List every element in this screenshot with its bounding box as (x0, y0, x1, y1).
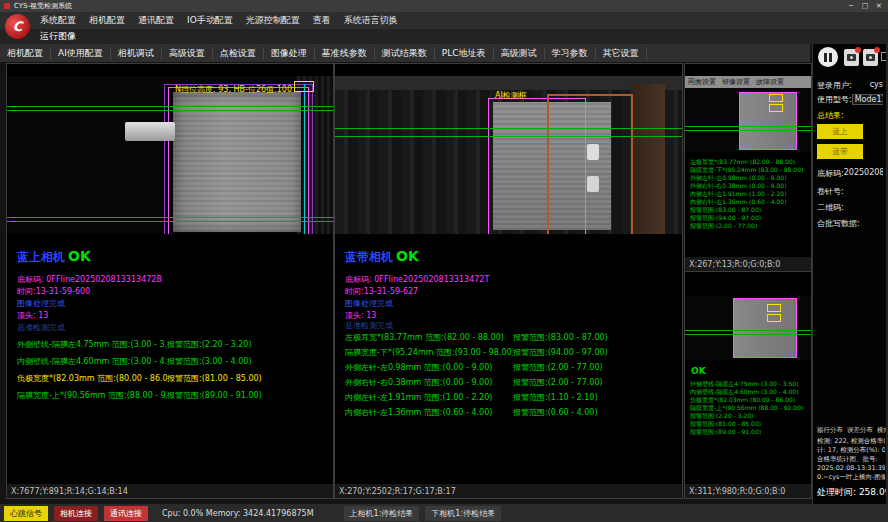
menu-item-io-manual[interactable]: IO手动配置 (187, 14, 233, 27)
login-user-row: 登录用户: cys (817, 80, 883, 91)
small-header-tab-1[interactable]: 画面设置 (688, 77, 716, 87)
pause-icon (829, 53, 832, 62)
tool-test-results[interactable]: 测试结果数 (375, 47, 435, 60)
small-result-line: 外侧右针-右0.38mm (0.00 - 9.00) (690, 182, 809, 190)
barcode-row: 底标码: 20250208 (817, 168, 883, 179)
tool-camera-config[interactable]: 相机配置 (0, 47, 51, 60)
small-result-line: 隔膜宽度-上*(90.56mm (88.00 - 92.00) (690, 404, 809, 412)
tool-baseline-params[interactable]: 基准线参数 (315, 47, 375, 60)
right-camera-name: 蓝带相机 (345, 250, 393, 264)
machine-band (335, 76, 682, 90)
stats-tabs: 输行分布 误差分布 横向分布 (817, 426, 888, 435)
measure-line (685, 334, 811, 335)
login-user-label: 登录用户: (817, 80, 852, 91)
stats-tab-2[interactable]: 误差分布 (847, 426, 873, 435)
tab-run-image[interactable]: 运行图像 (40, 30, 76, 43)
camera-lens-icon (869, 56, 872, 59)
camera-button-1[interactable] (844, 49, 859, 66)
small-result-line: 报警范围:(81.00 - 85.00) (690, 420, 809, 428)
overlay-box-yellow (769, 104, 783, 112)
highlight-spot (587, 144, 599, 160)
app-logo-icon: C (5, 14, 30, 39)
tool-plc-address[interactable]: PLC地址表 (435, 47, 494, 60)
minimize-button[interactable]: ─ (844, 2, 858, 10)
pause-button[interactable] (818, 47, 838, 67)
small-header-tab-3[interactable]: 故障设置 (756, 77, 784, 87)
small-result-line: 左极耳宽*(83.77mm (82.00 - 88.00) (690, 158, 809, 166)
tool-advanced-test[interactable]: 高级测试 (494, 47, 545, 60)
close-button[interactable]: ✕ (872, 2, 886, 10)
measure-name: 左极耳宽*(83.77mm 范围:(82.00 - 88.00) (345, 332, 513, 343)
right-camera-image[interactable]: AI检测框 (335, 76, 682, 234)
menu-item-language[interactable]: 系统语言切换 (344, 14, 398, 27)
process-time: 处理时间: 258.09ms (817, 486, 888, 499)
tool-other-settings[interactable]: 其它设置 (596, 47, 647, 60)
highlight-spot (587, 176, 599, 192)
measure-name: 隔膜宽度-下*(95.24mm 范围:(93.00 - 98.00) (345, 347, 513, 358)
batch-label: 合批写数据: (817, 218, 860, 229)
stats-tab-1[interactable]: 输行分布 (817, 426, 843, 435)
measure-line (7, 217, 333, 218)
measure-name: 内侧右针-左1.36mm 范围:(0.60 - 4.00) (345, 407, 513, 418)
toolbar: 相机配置 AI使用配置 相机调试 高级设置 点检设置 图像处理 基准线参数 测试… (0, 44, 810, 62)
measure-name: 内侧左针-左1.91mm 范围:(1.00 - 2.20) (345, 392, 513, 403)
small-bottom-image[interactable] (685, 296, 811, 360)
measure-alarm: 报警范围:(2.20 - 3.20) (167, 339, 252, 350)
camera-button-2[interactable] (863, 49, 878, 66)
small-view-header: 画面设置 研像设置 故障设置 (685, 76, 811, 88)
tool-spot-check[interactable]: 点检设置 (213, 47, 264, 60)
maximize-button[interactable]: □ (858, 2, 872, 10)
measure-row: 左极耳宽*(83.77mm 范围:(82.00 - 88.00)报警范围:(83… (345, 330, 680, 345)
menu-item-system-config[interactable]: 系统配置 (40, 14, 76, 27)
right-camera-label: 蓝带相机OK (345, 248, 419, 266)
measure-row: 外侧左针-左0.98mm 范围:(0.00 - 9.00)报警范围:(2.00 … (345, 360, 680, 375)
small-result-line: 隔膜宽度-下*(95.24mm (93.00 - 98.00) (690, 166, 809, 174)
measure-row: 隔膜宽度-上*(90.56mm 范围:(88.00 - 92.00)报警范围:(… (17, 387, 331, 404)
right-time: 时间:13-31-59-627 (345, 286, 418, 297)
tool-camera-debug[interactable]: 相机调试 (111, 47, 162, 60)
left-note: 基准检测完成 (17, 322, 65, 333)
left-camera-label: 蓝上相机OK (17, 248, 91, 266)
menu-item-view[interactable]: 查看 (313, 14, 331, 27)
menu-item-camera-config[interactable]: 相机配置 (89, 14, 125, 27)
overlay-box-yellow (767, 314, 781, 322)
menu-item-comm-config[interactable]: 通讯配置 (138, 14, 174, 27)
measure-alarm: 报警范围:(1.10 - 2.10) (513, 392, 598, 403)
small-result-line: 报警范围:(83.00 - 87.00) (690, 206, 809, 214)
small-top-image[interactable] (685, 88, 811, 152)
menu-item-light-control[interactable]: 光源控制配置 (246, 14, 300, 27)
pause-icon (824, 53, 827, 62)
qr-row: 二维码: (817, 202, 883, 213)
measure-vline (304, 84, 305, 234)
lower-camera-status: 下相机1:停检结果 (425, 506, 501, 521)
measure-alarm: 报警范围:(89.00 - 91.00) (167, 390, 262, 401)
overlay-box-yellow (767, 304, 781, 312)
left-camera-image[interactable]: N挡位高度: 93, HB-位26值:100 (7, 76, 333, 234)
alert-badge (874, 47, 880, 53)
left-barcode: 底标码: 0FFline2025020813313472B (17, 274, 162, 285)
stats-line: 检测: 222, 检测合格率(%): (817, 437, 885, 446)
tool-image-process[interactable]: 图像处理 (264, 47, 315, 60)
measure-alarm: 报警范围:(81.00 - 85.00) (167, 373, 262, 384)
small-result-line: 报警范围:(2.00 - 77.00) (690, 222, 809, 230)
tool-ai-config[interactable]: AI使用配置 (51, 47, 111, 60)
overlay-box-yellow (294, 81, 314, 92)
small-result-line: 负极宽度*(82.03mm (80.00 - 86.00) (690, 396, 809, 404)
upper-camera-status: 上相机1:停检结果 (344, 506, 420, 521)
right-process-status: 图像处理完成 (345, 298, 393, 309)
app-icon (4, 3, 10, 9)
right-sidebar: 登录用户: cys 使用型号: Mode11 总结果: 蓝上 蓝带 底标码: 2… (812, 44, 888, 504)
small-top-cursor-readout: X:267;Y:13;R:0;G:0;B:0 (685, 257, 811, 271)
model-value[interactable]: Mode11 (852, 94, 883, 105)
measure-row: 内侧左针-左1.91mm 范围:(1.00 - 2.20)报警范围:(1.10 … (345, 390, 680, 405)
measure-name: 外侧壁线-隔膜左4.75mm 范围:(3.00 - 3.50) (17, 339, 167, 350)
tab-bar: 运行图像 (0, 29, 888, 44)
left-result-ok: OK (68, 248, 91, 264)
small-header-tab-2[interactable]: 研像设置 (722, 77, 750, 87)
tool-advanced-settings[interactable]: 高级设置 (162, 47, 213, 60)
small-result-line: 报警范围:(89.00 - 91.00) (690, 428, 809, 436)
right-overlay-text: AI检测框 (495, 90, 527, 101)
tool-learning-params[interactable]: 学习参数 (545, 47, 596, 60)
measure-line (7, 221, 333, 222)
roll-row: 卷针号: (817, 186, 883, 197)
